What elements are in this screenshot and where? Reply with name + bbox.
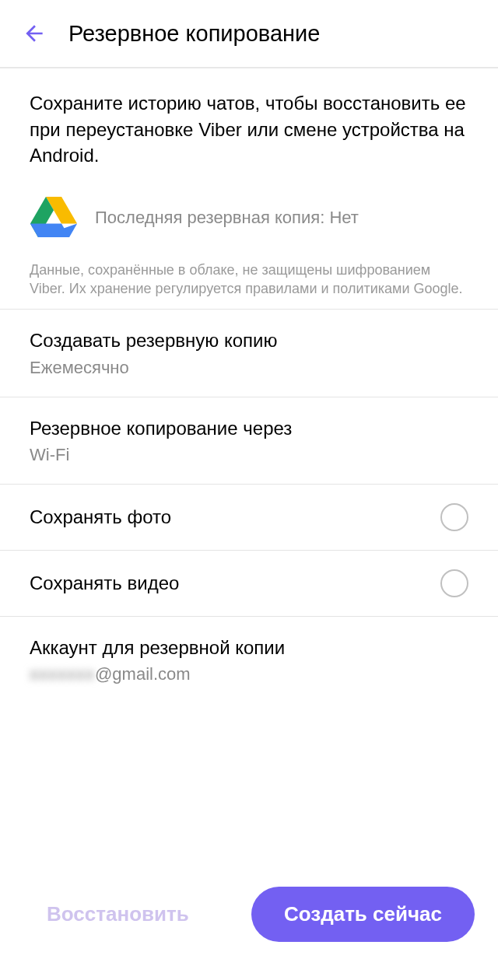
backup-account-email: xxxxxxx@gmail.com — [30, 664, 468, 684]
save-photos-radio[interactable] — [440, 503, 468, 531]
row-text: Сохранять видео — [30, 571, 425, 595]
backup-over-title: Резервное копирование через — [30, 416, 468, 440]
row-text: Аккаунт для резервной копии xxxxxxx@gmai… — [30, 635, 468, 684]
back-button[interactable] — [19, 18, 50, 49]
backup-over-value: Wi-Fi — [30, 445, 468, 465]
row-text: Создавать резервную копию Ежемесячно — [30, 328, 468, 377]
app-header: Резервное копирование — [0, 0, 498, 68]
arrow-left-icon — [22, 21, 47, 46]
row-text: Сохранять фото — [30, 505, 425, 529]
google-drive-icon — [30, 197, 78, 239]
footer-bar: Восстановить Создать сейчас — [0, 879, 498, 980]
backup-frequency-value: Ежемесячно — [30, 358, 468, 378]
main-content: Сохраните историю чатов, чтобы восстанов… — [0, 68, 498, 703]
backup-frequency-row[interactable]: Создавать резервную копию Ежемесячно — [30, 310, 468, 396]
row-text: Резервное копирование через Wi-Fi — [30, 416, 468, 465]
intro-text: Сохраните историю чатов, чтобы восстанов… — [30, 90, 468, 169]
page-title: Резервное копирование — [68, 21, 320, 47]
save-photos-row[interactable]: Сохранять фото — [30, 485, 468, 550]
backup-account-title: Аккаунт для резервной копии — [30, 635, 468, 660]
encryption-disclaimer: Данные, сохранённые в облаке, не защищен… — [30, 261, 468, 299]
last-backup-row: Последняя резервная копия: Нет — [30, 197, 468, 239]
save-videos-title: Сохранять видео — [30, 571, 425, 595]
last-backup-label: Последняя резервная копия: Нет — [95, 208, 359, 228]
save-videos-row[interactable]: Сохранять видео — [30, 551, 468, 616]
email-domain-part: @gmail.com — [95, 664, 191, 684]
save-photos-title: Сохранять фото — [30, 505, 425, 529]
backup-frequency-title: Создавать резервную копию — [30, 328, 468, 352]
save-videos-radio[interactable] — [440, 569, 468, 597]
restore-button[interactable]: Восстановить — [39, 891, 197, 937]
backup-now-button[interactable]: Создать сейчас — [251, 887, 475, 942]
backup-account-row[interactable]: Аккаунт для резервной копии xxxxxxx@gmai… — [30, 617, 468, 703]
email-masked-part: xxxxxxx — [30, 664, 95, 684]
backup-over-row[interactable]: Резервное копирование через Wi-Fi — [30, 397, 468, 484]
